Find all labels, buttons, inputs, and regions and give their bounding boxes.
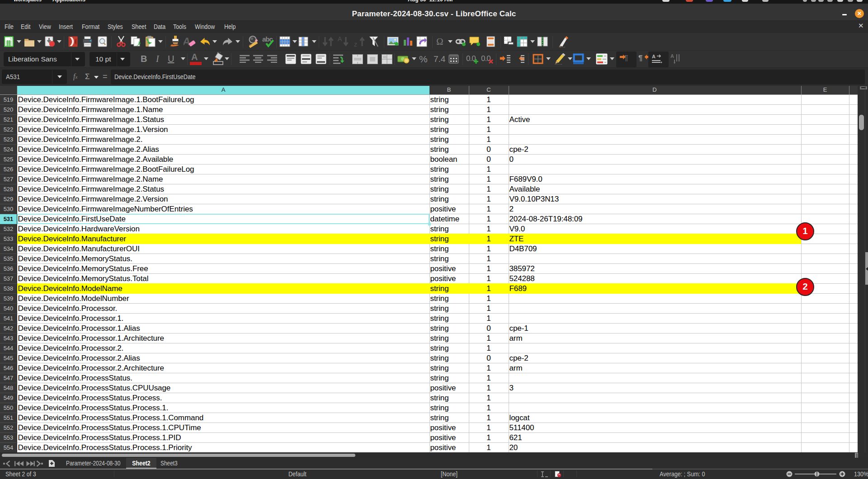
svg-text:¶: ¶ [638, 54, 642, 62]
svg-text:z: z [354, 41, 357, 47]
svg-text:A: A [670, 53, 674, 59]
svg-text:¶: ¶ [624, 54, 628, 62]
svg-text:Ω: Ω [436, 36, 443, 47]
svg-text:A: A [652, 54, 656, 59]
svg-text:A: A [338, 36, 342, 42]
